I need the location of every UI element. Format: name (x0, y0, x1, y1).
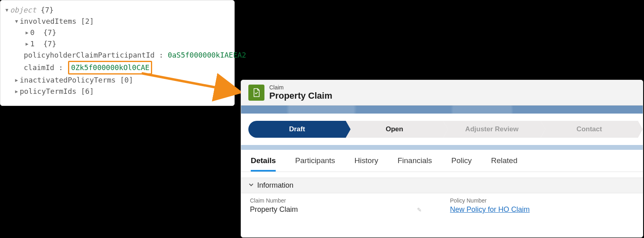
edit-pencil-icon[interactable]: ✎ (417, 207, 422, 213)
field-grid: Claim Number Property Claim ✎ Policy Num… (241, 193, 643, 214)
disclosure-right-icon[interactable]: ▶ (24, 27, 30, 38)
stage-label: Contact (576, 125, 602, 133)
tab-history[interactable]: History (355, 156, 378, 172)
tab-policy[interactable]: Policy (451, 156, 472, 172)
policy-link[interactable]: New Policy for HO Claim (450, 205, 530, 214)
json-node-root[interactable]: ▼ object {7} (4, 4, 230, 16)
stage-label: Adjuster Review (465, 125, 518, 133)
json-node-policy-term-ids[interactable]: ▶ policyTermIds [6] (4, 86, 230, 97)
disclosure-right-icon[interactable]: ▶ (13, 75, 20, 86)
field-claim-number: Claim Number Property Claim ✎ (250, 197, 434, 214)
json-key: object (10, 4, 36, 16)
decorative-divider (241, 145, 643, 150)
tab-details[interactable]: Details (251, 156, 276, 172)
json-count: [0] (120, 75, 133, 86)
record-header: Claim Property Claim (241, 80, 643, 106)
json-key: inactivatedPolicyTerms (20, 75, 116, 86)
object-label: Claim (269, 84, 332, 91)
record-tabs: Details Participants History Financials … (241, 150, 643, 172)
json-count: [2] (81, 16, 94, 27)
json-count: [6] (81, 86, 94, 97)
field-label: Policy Number (450, 197, 634, 204)
json-value-highlighted: 0Zk5f000000kOl0CAE (68, 61, 152, 75)
stage-open[interactable]: Open (346, 121, 443, 138)
stage-contact[interactable]: Contact (541, 121, 638, 138)
disclosure-right-icon[interactable]: ▶ (13, 86, 20, 97)
section-information[interactable]: Information (241, 178, 643, 193)
tab-financials[interactable]: Financials (398, 156, 432, 172)
json-count: {7} (43, 38, 57, 50)
field-label: Claim Number (250, 197, 434, 204)
stage-label: Open (386, 125, 403, 133)
stage-label: Draft (289, 125, 305, 133)
json-node-inactivated[interactable]: ▶ inactivatedPolicyTerms [0] (4, 75, 230, 86)
json-count: {7} (43, 27, 57, 38)
json-key: claimId (24, 62, 54, 73)
disclosure-down-icon[interactable]: ▼ (4, 4, 10, 16)
claim-record-panel: Claim Property Claim Draft Open Adjuster… (241, 80, 643, 238)
json-key: policyTermIds (20, 86, 76, 97)
tab-participants[interactable]: Participants (295, 156, 335, 172)
json-node-item-1[interactable]: ▶ 1 {7} (4, 38, 230, 50)
json-node-claim-id[interactable]: claimId : 0Zk5f000000kOl0CAE (4, 61, 230, 75)
json-key: policyholderClaimParticipantId (24, 50, 155, 61)
section-title: Information (257, 181, 293, 190)
claim-object-icon (248, 85, 264, 101)
json-key: involvedItems (20, 16, 76, 27)
json-node-policyholder-id[interactable]: policyholderClaimParticipantId : 0aS5f00… (4, 50, 230, 61)
tab-related[interactable]: Related (491, 156, 518, 172)
json-node-item-0[interactable]: ▶ 0 {7} (4, 27, 230, 38)
path-stages: Draft Open Adjuster Review Contact (241, 114, 643, 145)
field-value: Property Claim (250, 205, 298, 214)
stage-adjuster-review[interactable]: Adjuster Review (443, 121, 541, 138)
json-index: 1 (30, 38, 35, 50)
json-node-involved-items[interactable]: ▼ involvedItems [2] (4, 16, 230, 27)
decorative-strip (241, 106, 643, 114)
json-count: {7} (41, 4, 54, 16)
disclosure-down-icon[interactable]: ▼ (13, 16, 20, 27)
record-title: Property Claim (269, 91, 332, 101)
json-index: 0 (30, 27, 35, 38)
stage-draft[interactable]: Draft (248, 121, 346, 138)
json-tree-panel: ▼ object {7} ▼ involvedItems [2] ▶ 0 {7}… (0, 0, 235, 106)
field-policy-number: Policy Number New Policy for HO Claim (450, 197, 634, 214)
disclosure-right-icon[interactable]: ▶ (24, 38, 30, 50)
chevron-down-icon (248, 181, 254, 190)
json-value: 0aS5f000000kIAEEA2 (168, 50, 246, 61)
